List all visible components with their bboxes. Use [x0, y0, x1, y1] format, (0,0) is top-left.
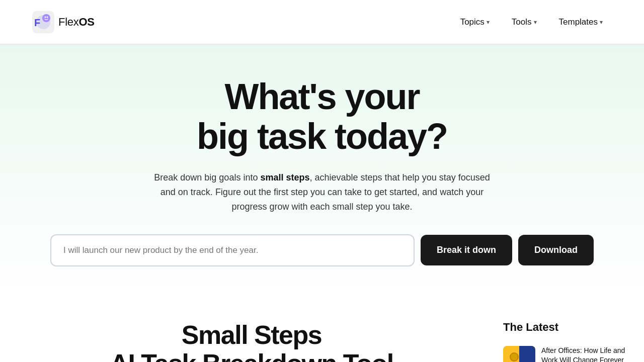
article-title-1: After Offices: How Life and Work Will Ch…	[541, 346, 628, 362]
svg-rect-7	[519, 346, 535, 362]
nav-tools[interactable]: Tools ▾	[503, 12, 546, 32]
svg-point-3	[42, 14, 50, 22]
tool-title: Small Steps	[32, 321, 471, 349]
svg-text:F: F	[34, 17, 40, 28]
break-it-down-button[interactable]: Break it down	[421, 235, 512, 265]
site-header: F FlexOS Topics ▾ Tools ▾ Templates ▾	[0, 0, 644, 44]
hero-description: Break down big goals into small steps, a…	[146, 170, 498, 214]
left-panel: Small Steps AI Task Breakdown Tool Start…	[0, 291, 503, 362]
tool-subtitle: AI Task Breakdown Tool	[32, 349, 471, 362]
main-nav: Topics ▾ Tools ▾ Templates ▾	[451, 12, 612, 32]
article-info-1: After Offices: How Life and Work Will Ch…	[541, 346, 628, 362]
tools-chevron-icon: ▾	[534, 19, 537, 26]
templates-chevron-icon: ▾	[600, 19, 603, 26]
logo-text: FlexOS	[58, 16, 95, 29]
main-content: Small Steps AI Task Breakdown Tool Start…	[0, 291, 644, 362]
nav-templates[interactable]: Templates ▾	[550, 12, 612, 32]
svg-point-10	[511, 353, 518, 360]
article-card-1[interactable]: After Offices: How Life and Work Will Ch…	[503, 346, 628, 362]
logo[interactable]: F FlexOS	[32, 11, 95, 33]
hero-title: What's your big task today?	[32, 77, 612, 156]
svg-point-4	[45, 16, 46, 18]
nav-topics[interactable]: Topics ▾	[451, 12, 499, 32]
task-input-row: Break it down Download	[50, 234, 594, 266]
task-input[interactable]	[50, 234, 415, 266]
article-thumb-1	[503, 346, 535, 362]
download-button[interactable]: Download	[518, 235, 594, 265]
topics-chevron-icon: ▾	[487, 19, 490, 26]
logo-icon: F	[32, 11, 54, 33]
right-panel: The Latest After Office	[503, 291, 644, 362]
hero-section: What's your big task today? Break down b…	[0, 45, 644, 291]
latest-section-title: The Latest	[503, 321, 628, 334]
svg-point-5	[47, 16, 48, 18]
